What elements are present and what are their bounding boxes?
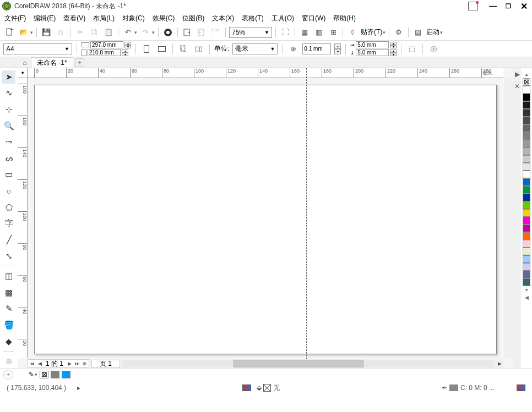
parallel-dim-tool[interactable]: ╱ bbox=[2, 233, 15, 246]
new-tab-button[interactable]: + bbox=[75, 58, 84, 67]
launch-dropdown-icon[interactable]: ▾ bbox=[440, 30, 443, 35]
zoom-combo[interactable]: ▼ bbox=[229, 27, 272, 38]
account-icon[interactable] bbox=[468, 2, 478, 10]
next-page-button[interactable]: ▶ bbox=[66, 360, 73, 367]
menu-table[interactable]: 表格(T) bbox=[242, 14, 263, 23]
color-swatch[interactable] bbox=[523, 101, 530, 109]
maximize-button[interactable]: ❐ bbox=[502, 1, 514, 11]
color-swatch[interactable] bbox=[523, 86, 530, 94]
options-button[interactable]: ⚙ bbox=[393, 26, 405, 39]
nudge-input[interactable]: 0.1 mm bbox=[302, 43, 331, 54]
fill-bucket-icon[interactable]: ⬙ bbox=[257, 384, 262, 392]
add-tool-button[interactable]: ⊕ bbox=[2, 355, 15, 368]
rectangle-tool[interactable]: ▭ bbox=[2, 168, 15, 182]
menu-edit[interactable]: 编辑(E) bbox=[34, 14, 56, 23]
color-swatch[interactable] bbox=[523, 171, 530, 178]
units-combo[interactable]: 毫米▼ bbox=[232, 43, 278, 54]
color-swatch[interactable] bbox=[523, 163, 530, 171]
menu-window[interactable]: 窗口(W) bbox=[302, 14, 325, 23]
chevron-down-icon[interactable]: ▼ bbox=[264, 30, 269, 35]
color-swatch[interactable] bbox=[523, 278, 530, 286]
save-button[interactable]: 💾 bbox=[40, 26, 52, 39]
chevron-down-icon[interactable]: ▼ bbox=[64, 46, 69, 52]
eyedropper-tool[interactable]: ✎ bbox=[2, 303, 15, 316]
no-fill-swatch[interactable]: ⊠ bbox=[40, 371, 48, 378]
fill-swatch-blue[interactable] bbox=[62, 371, 70, 378]
color-swatch[interactable] bbox=[523, 132, 530, 140]
outline-pen-icon[interactable]: ✎ bbox=[29, 371, 34, 378]
color-proof-icon[interactable] bbox=[242, 384, 251, 391]
scroll-right-button[interactable]: ▶ bbox=[496, 360, 503, 367]
color-swatch[interactable] bbox=[523, 263, 530, 271]
spin-up-icon[interactable]: ▴ bbox=[334, 43, 341, 49]
color-swatch[interactable] bbox=[523, 255, 530, 263]
color-swatch[interactable] bbox=[523, 209, 530, 217]
palette-flyout-icon[interactable]: ◀ bbox=[525, 295, 529, 300]
add-page-round-button[interactable]: + bbox=[3, 370, 13, 380]
text-tool[interactable]: 字 bbox=[2, 217, 15, 230]
menu-layout[interactable]: 布局(L) bbox=[93, 14, 115, 23]
outline-dropdown-icon[interactable]: ▾ bbox=[35, 372, 37, 377]
snap-icon[interactable]: ◊ bbox=[346, 26, 359, 39]
pick-tool[interactable]: ➤ bbox=[2, 70, 15, 84]
page-canvas[interactable] bbox=[34, 85, 497, 354]
color-swatch[interactable] bbox=[523, 271, 530, 278]
dup-y-input[interactable]: 5.0 mm bbox=[356, 49, 389, 56]
spin-down-icon[interactable]: ▾ bbox=[334, 49, 341, 54]
prev-page-button[interactable]: ◀ bbox=[36, 360, 44, 367]
grid-button[interactable]: ▥ bbox=[313, 26, 325, 39]
spin-down-icon[interactable]: ▾ bbox=[122, 53, 128, 56]
open-button[interactable]: 📂 bbox=[18, 26, 30, 39]
menu-view[interactable]: 查看(V) bbox=[63, 14, 85, 23]
launch-label[interactable]: 启动 bbox=[426, 28, 439, 37]
color-swatch[interactable] bbox=[523, 94, 530, 101]
treat-as-filled-button[interactable]: ⬚ bbox=[406, 43, 418, 55]
color-swatch[interactable] bbox=[523, 178, 530, 186]
import-button[interactable] bbox=[181, 26, 193, 39]
menu-bitmap[interactable]: 位图(B) bbox=[182, 14, 204, 23]
fullscreen-button[interactable]: ⛶ bbox=[279, 26, 291, 39]
first-page-button[interactable]: ⏮ bbox=[28, 360, 36, 367]
color-swatch[interactable] bbox=[523, 140, 530, 147]
vertical-scrollbar[interactable] bbox=[504, 78, 513, 359]
menu-object[interactable]: 对象(C) bbox=[122, 14, 145, 23]
snap-dropdown-icon[interactable]: ▾ bbox=[383, 30, 386, 35]
horizontal-scrollbar[interactable] bbox=[122, 360, 493, 367]
document-tab[interactable]: 未命名 -1* bbox=[31, 57, 73, 68]
vertical-ruler[interactable]: 18016014012010080604020 bbox=[18, 78, 28, 358]
fill-swatch-grey[interactable] bbox=[51, 371, 59, 378]
launch-icon[interactable]: ▤ bbox=[412, 26, 424, 39]
crop-tool[interactable]: ⊹ bbox=[2, 103, 15, 116]
no-fill-icon[interactable] bbox=[263, 384, 271, 392]
minimize-button[interactable]: — bbox=[487, 1, 499, 11]
transparency-tool[interactable]: ▩ bbox=[2, 286, 15, 299]
color-swatch[interactable] bbox=[523, 248, 530, 255]
print-button[interactable]: ⎙ bbox=[55, 26, 67, 39]
new-button[interactable]: + bbox=[3, 26, 15, 39]
interactive-fill-tool[interactable]: 🪣 bbox=[2, 318, 15, 332]
color-swatch[interactable] bbox=[523, 232, 530, 240]
palette-down-icon[interactable]: ▾ bbox=[525, 287, 528, 293]
no-color-swatch[interactable]: ⊠ bbox=[523, 78, 530, 86]
color-swatch[interactable] bbox=[523, 186, 530, 194]
outline-swatch-icon[interactable] bbox=[449, 384, 458, 391]
color-swatch[interactable] bbox=[523, 240, 530, 248]
color-swatch[interactable] bbox=[523, 201, 530, 209]
chevron-down-icon[interactable]: ▼ bbox=[270, 46, 275, 52]
all-pages-button[interactable]: ⿻ bbox=[177, 43, 189, 55]
close-button[interactable]: ✕ bbox=[518, 1, 530, 11]
spin-down-icon[interactable]: ▾ bbox=[124, 45, 131, 48]
landscape-button[interactable] bbox=[156, 43, 168, 55]
connector-tool[interactable]: ⤡ bbox=[2, 250, 15, 263]
palette-up-icon[interactable]: ▴ bbox=[525, 72, 528, 77]
color-swatch[interactable] bbox=[523, 217, 530, 224]
undo-button[interactable]: ↶ bbox=[122, 26, 134, 39]
ellipse-tool[interactable]: ○ bbox=[2, 184, 15, 197]
redo-dropdown-icon[interactable]: ▾ bbox=[152, 30, 155, 35]
paste-button[interactable]: 📋 bbox=[102, 26, 115, 39]
smart-fill-tool[interactable]: ◆ bbox=[2, 335, 15, 348]
zoom-tool[interactable]: 🔍 bbox=[2, 119, 15, 133]
canvas-area[interactable]: ✦ 毫米020406080100120140160180200220240260… bbox=[18, 68, 513, 368]
undo-dropdown-icon[interactable]: ▾ bbox=[134, 30, 137, 35]
scroll-thumb[interactable] bbox=[234, 360, 363, 367]
